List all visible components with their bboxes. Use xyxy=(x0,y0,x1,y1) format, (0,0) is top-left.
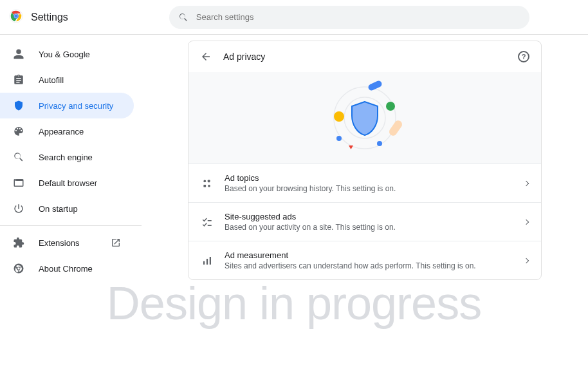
row-desc: Based on your activity on a site. This s… xyxy=(225,223,513,232)
svg-point-16 xyxy=(208,184,210,187)
svg-rect-21 xyxy=(207,259,208,265)
card-title: Ad privacy xyxy=(223,51,506,62)
chrome-icon xyxy=(13,263,24,274)
sidebar-item-label: Autofill xyxy=(39,75,64,85)
page-title: Settings xyxy=(31,12,68,23)
bar-chart-icon xyxy=(201,255,213,266)
topics-icon xyxy=(201,178,213,189)
svg-point-14 xyxy=(203,180,206,182)
sidebar-item-extensions[interactable]: Extensions xyxy=(0,230,134,256)
search-box[interactable] xyxy=(169,6,529,29)
svg-point-8 xyxy=(386,102,395,111)
row-desc: Based on your browsing history. This set… xyxy=(225,184,513,193)
row-text: Ad measurement Sites and advertisers can… xyxy=(225,250,513,270)
power-icon xyxy=(13,203,24,214)
sidebar-item-privacy-security[interactable]: Privacy and security xyxy=(0,93,134,118)
sidebar-item-label: On startup xyxy=(39,204,78,214)
sidebar-item-default-browser[interactable]: Default browser xyxy=(0,170,134,196)
sidebar-item-autofill[interactable]: Autofill xyxy=(0,67,134,93)
card-header: Ad privacy ? xyxy=(188,41,541,72)
person-icon xyxy=(13,48,24,60)
row-ad-topics[interactable]: Ad topics Based on your browsing history… xyxy=(188,164,541,202)
sidebar-item-label: Extensions xyxy=(39,238,80,248)
shield-icon xyxy=(13,100,24,111)
row-title: Ad topics xyxy=(225,173,513,183)
sidebar-item-label: You & Google xyxy=(39,50,90,59)
svg-rect-12 xyxy=(388,119,404,137)
sidebar-item-appearance[interactable]: Appearance xyxy=(0,118,134,144)
layout: You & Google Autofill Privacy and securi… xyxy=(0,35,588,374)
chevron-right-icon xyxy=(524,257,529,263)
svg-rect-17 xyxy=(203,184,206,187)
svg-point-9 xyxy=(377,141,382,146)
sidebar-item-on-startup[interactable]: On startup xyxy=(0,196,134,221)
svg-rect-22 xyxy=(210,257,211,265)
sidebar: You & Google Autofill Privacy and securi… xyxy=(0,35,142,374)
chrome-logo-icon xyxy=(9,9,23,26)
ad-privacy-card: Ad privacy ? xyxy=(188,41,542,280)
help-icon[interactable]: ? xyxy=(518,51,529,62)
sidebar-item-label: About Chrome xyxy=(39,264,93,274)
row-title: Site-suggested ads xyxy=(225,212,513,221)
row-text: Ad topics Based on your browsing history… xyxy=(225,173,513,193)
extension-icon xyxy=(13,237,24,248)
chevron-right-icon xyxy=(524,219,529,224)
browser-icon xyxy=(13,177,24,189)
row-text: Site-suggested ads Based on your activit… xyxy=(225,212,513,232)
sidebar-item-about-chrome[interactable]: About Chrome xyxy=(0,256,134,281)
row-site-suggested-ads[interactable]: Site-suggested ads Based on your activit… xyxy=(188,202,541,241)
main-content: Ad privacy ? xyxy=(142,35,588,374)
search-icon xyxy=(13,151,24,163)
search-icon xyxy=(178,12,188,23)
row-title: Ad measurement xyxy=(225,250,513,260)
svg-rect-15 xyxy=(208,180,210,182)
sidebar-item-search-engine[interactable]: Search engine xyxy=(0,144,134,170)
checklist-icon xyxy=(201,216,213,228)
svg-rect-11 xyxy=(367,80,383,91)
sidebar-divider xyxy=(0,225,142,226)
chevron-right-icon xyxy=(524,180,529,185)
back-arrow-icon[interactable] xyxy=(200,51,212,62)
sidebar-item-label: Search engine xyxy=(39,153,93,162)
hero-illustration xyxy=(188,72,541,164)
svg-rect-20 xyxy=(203,261,205,264)
sidebar-item-label: Appearance xyxy=(39,127,84,136)
palette-icon xyxy=(13,126,24,137)
sidebar-item-label: Default browser xyxy=(39,178,97,188)
search-input[interactable] xyxy=(196,12,520,22)
svg-point-10 xyxy=(336,136,342,141)
topbar: Settings xyxy=(0,0,588,35)
clipboard-icon xyxy=(13,74,24,86)
sidebar-item-you-and-google[interactable]: You & Google xyxy=(0,41,134,67)
row-ad-measurement[interactable]: Ad measurement Sites and advertisers can… xyxy=(188,241,541,279)
sidebar-item-label: Privacy and security xyxy=(39,101,113,111)
svg-point-4 xyxy=(14,14,18,18)
svg-marker-13 xyxy=(349,145,353,149)
svg-point-7 xyxy=(334,111,344,122)
external-link-icon xyxy=(111,238,121,248)
row-desc: Sites and advertisers can understand how… xyxy=(225,261,513,270)
